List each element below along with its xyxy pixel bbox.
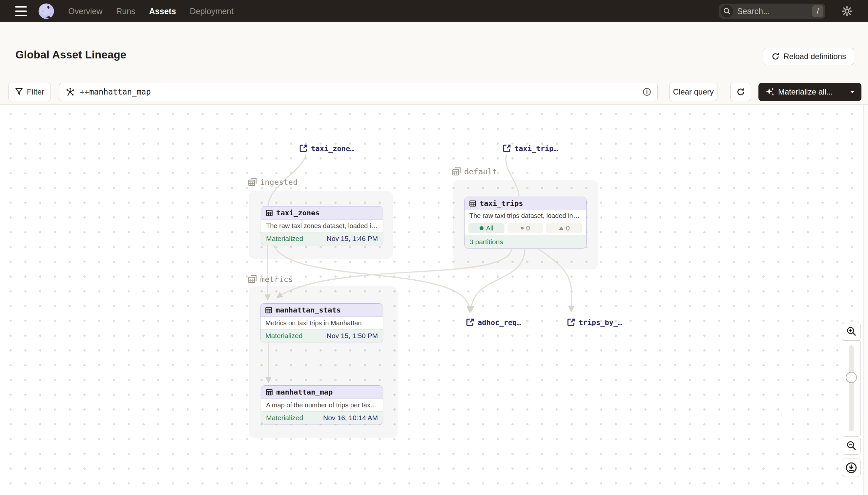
asset-node-taxi-trips[interactable]: taxi_trips The raw taxi trips dataset, l…	[464, 197, 587, 249]
chevron-down-icon	[849, 88, 856, 96]
settings-gear-icon[interactable]	[840, 5, 854, 18]
dagster-logo	[38, 3, 54, 19]
asset-name: manhattan_stats	[276, 306, 341, 314]
page-header: Global Asset Lineage Reload definitions …	[0, 22, 868, 104]
zoom-slider-track[interactable]	[849, 345, 854, 431]
clear-query-button[interactable]: Clear query	[669, 83, 718, 101]
refresh-icon	[736, 87, 745, 97]
download-icon	[845, 462, 857, 474]
asset-description: A map of the number of trips per taxi z.…	[266, 402, 378, 409]
materialization-timestamp: Nov 15, 1:46 PM	[327, 235, 378, 243]
graph-query-icon	[65, 87, 75, 97]
asset-description: The raw taxi zones dataset, loaded int..…	[266, 222, 378, 230]
external-asset-trips-by[interactable]: trips_by_…	[567, 318, 622, 327]
global-search[interactable]: /	[719, 4, 825, 19]
search-shortcut-badge: /	[812, 5, 823, 17]
refresh-icon	[771, 52, 780, 61]
nav-deployment[interactable]: Deployment	[190, 6, 234, 16]
zoom-slider[interactable]	[842, 340, 861, 436]
table-icon	[469, 200, 476, 207]
ring-icon	[521, 227, 524, 229]
nav-assets[interactable]: Assets	[149, 6, 176, 16]
materialize-dropdown-button[interactable]	[843, 88, 862, 96]
external-link-icon	[502, 144, 511, 153]
zoom-in-button[interactable]	[842, 322, 861, 340]
info-icon[interactable]	[642, 87, 652, 97]
asset-name: taxi_zones	[276, 209, 320, 217]
external-asset-taxi-trip[interactable]: taxi_trip…	[502, 144, 558, 153]
zoom-slider-thumb[interactable]	[846, 372, 857, 383]
partitions-failed-pill[interactable]: 0	[546, 223, 582, 233]
partitions-missing-pill[interactable]: 0	[508, 223, 544, 233]
asset-description: The raw taxi trips dataset, loaded into …	[470, 212, 581, 220]
nav-links: Overview Runs Assets Deployment	[68, 6, 234, 16]
asset-node-manhattan-stats[interactable]: manhattan_stats Metrics on taxi trips in…	[260, 303, 383, 342]
zoom-out-icon	[846, 440, 856, 451]
group-label-ingested[interactable]: ingested	[248, 177, 298, 186]
external-link-icon	[466, 318, 474, 327]
partitions-count: 3 partitions	[470, 238, 503, 246]
zoom-out-button[interactable]	[842, 436, 861, 455]
status-badge: Materialized	[266, 235, 303, 243]
sparkles-icon	[765, 87, 775, 97]
page-title: Global Asset Lineage	[15, 49, 126, 61]
asset-name: manhattan_map	[276, 388, 333, 396]
zoom-in-icon	[846, 326, 856, 337]
triangle-warning-icon	[559, 226, 564, 230]
scrollbar[interactable]	[863, 105, 868, 495]
search-input[interactable]	[733, 6, 812, 16]
download-view-button[interactable]	[842, 459, 861, 477]
refresh-graph-button[interactable]	[730, 83, 751, 101]
asset-selection-value[interactable]	[80, 87, 638, 97]
materialization-timestamp: Nov 15, 1:50 PM	[327, 332, 378, 340]
group-label-default[interactable]: default	[452, 167, 497, 176]
search-icon	[721, 5, 733, 17]
table-icon	[265, 307, 272, 314]
external-asset-adhoc-req[interactable]: adhoc_req…	[466, 318, 521, 327]
asset-node-taxi-zones[interactable]: taxi_zones The raw taxi zones dataset, l…	[261, 206, 383, 245]
status-badge: Materialized	[265, 332, 302, 340]
asset-name: taxi_trips	[480, 199, 523, 207]
menu-icon[interactable]	[15, 6, 28, 16]
group-label-metrics[interactable]: metrics	[248, 275, 293, 284]
reload-definitions-button[interactable]: Reload definitions	[763, 48, 854, 65]
group-tables-icon	[452, 167, 461, 176]
status-badge: Materialized	[266, 414, 303, 422]
filled-dot-icon	[480, 226, 483, 230]
group-tables-icon	[248, 275, 257, 284]
materialize-all-split-button[interactable]: Materialize all...	[758, 83, 862, 101]
external-link-icon	[299, 144, 308, 153]
lineage-edges	[0, 105, 868, 495]
asset-node-manhattan-map[interactable]: manhattan_map A map of the number of tri…	[261, 386, 383, 424]
external-link-icon	[567, 318, 575, 327]
filter-funnel-icon	[15, 88, 23, 96]
table-icon	[266, 209, 273, 217]
partition-health-pills: All 0 0	[464, 221, 586, 235]
table-icon	[266, 389, 273, 396]
materialize-all-button[interactable]: Materialize all...	[758, 87, 843, 97]
asset-selection-input[interactable]	[59, 83, 658, 101]
partitions-all-pill[interactable]: All	[468, 223, 504, 233]
lineage-canvas[interactable]: ingested default metrics taxi_zone… taxi…	[0, 104, 868, 495]
nav-overview[interactable]: Overview	[68, 6, 102, 16]
nav-runs[interactable]: Runs	[116, 6, 135, 16]
group-tables-icon	[248, 177, 257, 186]
external-asset-taxi-zone[interactable]: taxi_zone…	[299, 144, 354, 153]
filter-button[interactable]: Filter	[8, 83, 51, 101]
top-nav: Overview Runs Assets Deployment /	[0, 0, 868, 22]
materialization-timestamp: Nov 16, 10:14 AM	[323, 414, 378, 422]
asset-description: Metrics on taxi trips in Manhattan	[265, 319, 361, 327]
